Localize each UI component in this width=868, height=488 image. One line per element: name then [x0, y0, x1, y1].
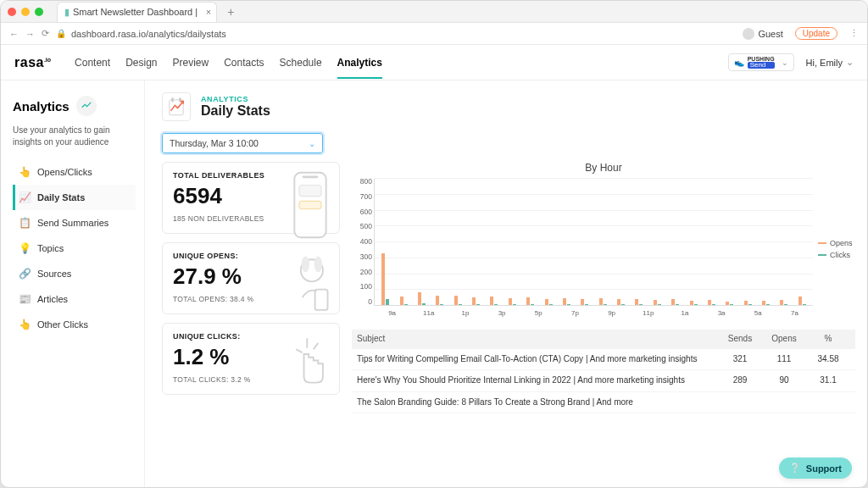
- sidebar-item-daily-stats[interactable]: 📈Daily Stats: [13, 185, 136, 210]
- svg-rect-1: [171, 97, 173, 102]
- cell-subject: Tips for Writing Compelling Email Call-T…: [357, 354, 718, 365]
- main-nav: ContentDesignPreviewContactsScheduleAnal…: [75, 47, 382, 79]
- col-subject: Subject: [357, 334, 718, 345]
- svg-rect-5: [299, 186, 321, 197]
- bar-2p: [467, 179, 485, 305]
- bar-12p: [431, 179, 448, 305]
- cell-opens: 90: [762, 375, 806, 386]
- traffic-light-minimize[interactable]: [21, 8, 30, 16]
- sidebar-item-articles[interactable]: 📰Articles: [13, 286, 136, 312]
- table-header: Subject Sends Opens %: [352, 330, 855, 349]
- cell-sends: 289: [718, 375, 762, 386]
- org-switcher[interactable]: 👟 PUSHING Send ⌄: [728, 53, 794, 71]
- avatar-icon: [743, 28, 754, 40]
- sidebar-item-label: Articles: [37, 294, 68, 304]
- stat-card-opens: UNIQUE OPENS: 27.9 % TOTAL OPENS: 38.4 %: [162, 242, 340, 314]
- stat-card-clicks: UNIQUE CLICKS: 1.2 % TOTAL CLICKS: 3.2 %: [162, 323, 340, 395]
- analytics-icon: [76, 96, 97, 116]
- bar-6p: [539, 179, 557, 305]
- svg-point-9: [314, 256, 322, 272]
- cell-pct: 31.1: [806, 375, 850, 386]
- nav-schedule[interactable]: Schedule: [280, 47, 322, 79]
- table-row[interactable]: The Salon Branding Guide: 8 Pillars To C…: [352, 392, 855, 414]
- sidebar-item-label: Topics: [37, 243, 64, 253]
- sidebar-item-send-summaries[interactable]: 📋Send Summaries: [13, 210, 136, 236]
- page-icon: [162, 92, 191, 121]
- sidebar-item-icon: 💡: [19, 242, 31, 254]
- chart-legend: Opens Clicks: [813, 177, 855, 321]
- bar-8a: [793, 179, 811, 305]
- bar-1p: [449, 179, 467, 305]
- bar-7a: [775, 179, 793, 305]
- svg-line-13: [314, 343, 319, 349]
- browser-toolbar: ← → ⟳ 🔒 dashboard.rasa.io/analytics/dail…: [1, 23, 867, 45]
- bar-11p: [630, 179, 648, 305]
- date-select[interactable]: Thursday, Mar 3 10:00 ⌄: [162, 133, 323, 153]
- sidebar-item-icon: 📋: [19, 217, 31, 229]
- new-tab-button[interactable]: +: [227, 5, 234, 19]
- nav-content[interactable]: Content: [75, 47, 110, 79]
- user-greeting: Hi, Emily: [806, 58, 843, 68]
- bar-4p: [504, 179, 521, 305]
- sidebar-item-opens-clicks[interactable]: 👆Opens/Clicks: [13, 159, 136, 185]
- bar-10p: [612, 179, 630, 305]
- table-row[interactable]: Here's Why You Should Prioritize Interna…: [352, 370, 855, 392]
- org-badge-bottom: Send: [748, 62, 775, 69]
- chart-title: By Hour: [352, 162, 855, 174]
- sidebar-item-icon: 📰: [19, 293, 31, 305]
- breadcrumb: ANALYTICS: [201, 95, 270, 103]
- browser-tab[interactable]: ▮ Smart Newsletter Dashboard | ×: [57, 2, 217, 22]
- sidebar-title: Analytics: [13, 96, 136, 116]
- window-titlebar: ▮ Smart Newsletter Dashboard | × +: [1, 1, 867, 23]
- tab-title: Smart Newsletter Dashboard |: [73, 7, 198, 17]
- main-content: ANALYTICS Daily Stats Thursday, Mar 3 10…: [145, 80, 867, 487]
- update-button[interactable]: Update: [795, 27, 837, 40]
- nav-analytics[interactable]: Analytics: [337, 47, 382, 79]
- nav-back-icon[interactable]: ←: [9, 29, 19, 39]
- chevron-down-icon: ⌄: [846, 57, 854, 68]
- sidebar-item-topics[interactable]: 💡Topics: [13, 236, 136, 261]
- svg-rect-10: [315, 290, 328, 310]
- traffic-light-close[interactable]: [8, 8, 16, 16]
- app-header: rasa.io ContentDesignPreviewContactsSche…: [1, 45, 867, 80]
- sidebar-item-label: Send Summaries: [37, 218, 108, 228]
- cell-subject: Here's Why You Should Prioritize Interna…: [357, 375, 718, 386]
- person-phone-illustration-icon: [287, 250, 334, 321]
- url-text: dashboard.rasa.io/analytics/dailystats: [71, 29, 226, 39]
- tab-close-icon[interactable]: ×: [206, 7, 211, 17]
- sidebar-item-label: Other Clicks: [37, 319, 88, 330]
- traffic-light-zoom[interactable]: [35, 8, 43, 16]
- nav-design[interactable]: Design: [125, 47, 157, 79]
- nav-contacts[interactable]: Contacts: [224, 47, 264, 79]
- cell-opens: [762, 397, 806, 408]
- profile-chip[interactable]: Guest: [743, 28, 782, 40]
- sidebar-item-sources[interactable]: 🔗Sources: [13, 261, 136, 286]
- bar-1a: [666, 179, 684, 305]
- logo[interactable]: rasa.io: [14, 55, 51, 70]
- page-title: Daily Stats: [201, 103, 270, 119]
- svg-rect-6: [299, 201, 321, 208]
- legend-clicks: Clicks: [818, 251, 855, 259]
- help-icon: ❔: [789, 463, 801, 474]
- table-row[interactable]: Tips for Writing Compelling Email Call-T…: [352, 349, 855, 371]
- bar-6a: [757, 179, 775, 305]
- address-bar[interactable]: 🔒 dashboard.rasa.io/analytics/dailystats: [56, 29, 736, 39]
- sidebar-subtitle: Use your analytics to gain insights on y…: [13, 125, 136, 147]
- col-sends: Sends: [718, 334, 762, 345]
- sidebar-item-other-clicks[interactable]: 👆Other Clicks: [13, 312, 136, 337]
- bar-2a: [684, 179, 702, 305]
- nav-forward-icon[interactable]: →: [25, 29, 35, 39]
- sidebar-item-label: Sources: [37, 269, 71, 279]
- col-opens: Opens: [762, 334, 806, 345]
- nav-reload-icon[interactable]: ⟳: [42, 28, 49, 39]
- browser-menu-icon[interactable]: ⋮: [849, 28, 859, 39]
- cell-sends: 321: [718, 354, 762, 365]
- svg-line-12: [296, 349, 302, 352]
- user-menu[interactable]: Hi, Emily ⌄: [806, 57, 854, 68]
- sidebar-item-label: Daily Stats: [37, 192, 85, 202]
- sidebar-item-label: Opens/Clicks: [37, 167, 92, 177]
- sidebar-item-icon: 📈: [19, 191, 31, 203]
- support-button[interactable]: ❔ Support: [779, 458, 852, 479]
- nav-preview[interactable]: Preview: [172, 47, 209, 79]
- svg-point-8: [302, 256, 309, 272]
